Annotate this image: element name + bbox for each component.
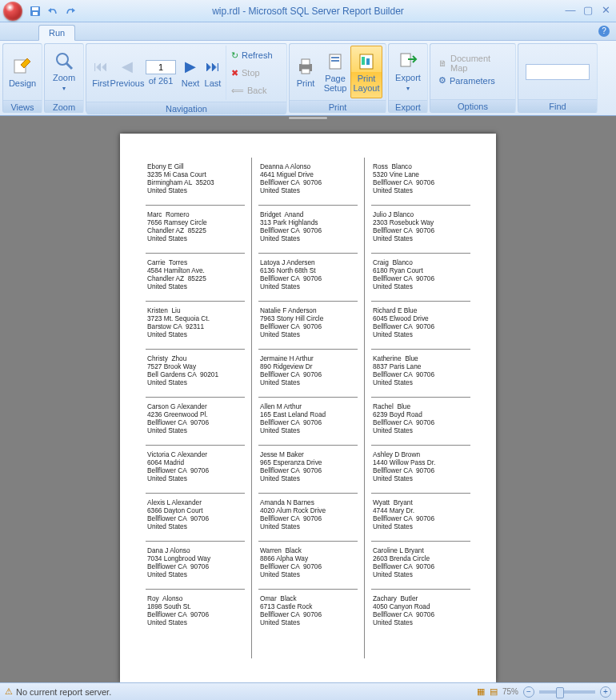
tab-run[interactable]: Run (38, 25, 75, 41)
address-cell: Allen M Arthur 165 East Leland Road Bell… (258, 398, 358, 446)
address-cell: Jermaine H Arthur 890 Ridgeview Dr Bellf… (258, 350, 358, 398)
svg-rect-2 (33, 12, 38, 15)
report-viewer[interactable]: Ebony E Gill 3235 Mi Casa Court Birmingh… (0, 116, 616, 682)
svg-rect-14 (366, 58, 370, 65)
address-cell: Omar Black 6713 Castle Rock Bellflower C… (258, 590, 358, 638)
ribbon-tab-row: Run ? (0, 22, 616, 41)
first-button[interactable]: ⏮First (90, 46, 112, 99)
print-layout-button[interactable]: Print Layout (350, 46, 382, 98)
design-icon (12, 56, 33, 77)
maximize-button[interactable]: ▢ (582, 4, 594, 16)
page-number-input[interactable] (146, 60, 176, 74)
back-icon: ⟸ (231, 86, 244, 96)
zoom-button[interactable]: Zoom▾ (48, 46, 80, 98)
previous-button[interactable]: ◀Previous (112, 46, 142, 99)
group-label-options: Options (430, 99, 515, 112)
address-cell: Kristen Liu 3723 Mt. Sequoia Ct. Barstow… (146, 302, 245, 350)
parameters-button[interactable]: ⚙Parameters (438, 73, 507, 89)
address-cell: Zachary Butler 4050 Canyon Road Bellflow… (371, 590, 470, 638)
address-cell: Marc Romero 7656 Ramsey Circle Chandler … (146, 206, 245, 254)
parameters-icon: ⚙ (438, 75, 446, 86)
address-cell: Wyatt Bryant 4744 Mary Dr. Bellflower CA… (371, 494, 470, 542)
group-label-print: Print (290, 100, 386, 113)
document-map-icon: 🗎 (438, 58, 447, 68)
app-menu-button[interactable] (3, 2, 22, 21)
view-icon-1[interactable]: ▦ (477, 686, 485, 697)
view-icon-2[interactable]: ▤ (490, 686, 498, 697)
svg-point-4 (57, 54, 68, 65)
splitter-handle[interactable] (288, 116, 328, 120)
group-label-export: Export (389, 100, 427, 113)
group-label-navigation: Navigation (86, 102, 286, 114)
help-button[interactable]: ? (598, 26, 610, 37)
address-cell: Natalie F Anderson 7963 Stony Hill Circl… (258, 302, 358, 350)
zoom-out-button[interactable]: − (523, 686, 534, 698)
address-cell: Ebony E Gill 3235 Mi Casa Court Birmingh… (146, 158, 245, 206)
address-cell: Deanna A Alonso 4641 Miguel Drive Bellfl… (258, 158, 358, 206)
address-cell: Julio J Blanco 2303 Rosebuck Way Bellflo… (371, 206, 470, 254)
next-button[interactable]: ▶Next (179, 46, 202, 99)
export-button[interactable]: Export▾ (392, 46, 424, 98)
previous-icon: ◀ (122, 58, 133, 75)
report-column: Ebony E Gill 3235 Mi Casa Court Birmingh… (139, 158, 252, 658)
zoom-slider[interactable] (539, 690, 595, 694)
save-icon[interactable] (29, 5, 42, 18)
zoom-percent[interactable]: 75% (502, 687, 518, 696)
first-icon: ⏮ (94, 58, 108, 75)
address-cell: Carson G Alexander 4236 Greenwood Pl. Be… (146, 398, 245, 446)
back-button: ⟸Back (231, 82, 273, 98)
svg-rect-8 (302, 69, 310, 74)
address-cell: Alexis L Alexander 6366 Dayton Court Bel… (146, 494, 245, 542)
export-icon (398, 50, 418, 71)
svg-rect-13 (362, 57, 365, 65)
address-cell: Amanda N Barnes 4020 Alum Rock Drive Bel… (258, 494, 358, 542)
address-cell: Rachel Blue 6239 Boyd Road Bellflower CA… (371, 398, 470, 446)
redo-icon[interactable] (64, 5, 77, 18)
page-setup-icon (325, 51, 346, 72)
group-label-find: Find (518, 99, 597, 112)
refresh-button[interactable]: ↻Refresh (231, 47, 273, 63)
address-cell: Caroline L Bryant 2603 Brenda Circle Bel… (371, 542, 470, 590)
stop-icon: ✖ (231, 68, 238, 78)
address-cell: Craig Blanco 6180 Ryan Court Bellflower … (371, 254, 470, 302)
last-icon: ⏭ (206, 58, 220, 75)
svg-rect-1 (32, 7, 38, 10)
address-cell: Ross Blanco 5320 Vine Lane Bellflower CA… (371, 158, 470, 206)
close-button[interactable]: ✕ (600, 4, 611, 16)
stop-button: ✖Stop (231, 65, 273, 81)
print-layout-icon (356, 51, 377, 72)
find-input[interactable] (526, 64, 590, 80)
refresh-icon: ↻ (231, 50, 238, 61)
report-page: Ebony E Gill 3235 Mi Casa Court Birmingh… (120, 134, 496, 682)
address-cell: Katherine Blue 8837 Paris Lane Bellflowe… (371, 350, 470, 398)
address-cell: Latoya J Andersen 6136 North 68th St Bel… (258, 254, 358, 302)
title-bar: wip.rdl - Microsoft SQL Server Report Bu… (0, 0, 616, 22)
address-cell: Warren Black 8866 Alpha Way Bellflower C… (258, 542, 358, 590)
window-title: wip.rdl - Microsoft SQL Server Report Bu… (0, 6, 616, 17)
svg-rect-11 (331, 60, 339, 62)
warning-icon: ⚠ (5, 686, 13, 697)
address-cell: Christy Zhou 7527 Brook Way Bell Gardens… (146, 350, 245, 398)
address-cell: Victoria C Alexander 6064 Madrid Bellflo… (146, 446, 245, 494)
print-icon (295, 56, 316, 77)
svg-rect-7 (302, 59, 310, 65)
zoom-in-button[interactable]: + (600, 686, 611, 698)
address-cell: Carrie Torres 4584 Hamilton Ave. Chandle… (146, 254, 245, 302)
page-setup-button[interactable]: Page Setup (320, 46, 350, 98)
status-message: No current report server. (16, 687, 111, 697)
report-column: Deanna A Alonso 4641 Miguel Drive Bellfl… (252, 158, 365, 658)
print-button[interactable]: Print (291, 46, 320, 98)
design-button[interactable]: Design (6, 46, 38, 98)
last-button[interactable]: ⏭Last (202, 46, 224, 99)
ribbon: Design Views Zoom▾ Zoom ⏮First ◀Previous… (0, 41, 616, 116)
zoom-icon (54, 50, 74, 71)
minimize-button[interactable]: — (565, 4, 576, 16)
undo-icon[interactable] (46, 5, 59, 18)
next-icon: ▶ (185, 58, 196, 75)
report-column: Ross Blanco 5320 Vine Lane Bellflower CA… (365, 158, 477, 658)
svg-line-5 (66, 63, 72, 69)
address-cell: Bridget Anand 313 Park Highlands Bellflo… (258, 206, 358, 254)
address-cell: Richard E Blue 6045 Elwood Drive Bellflo… (371, 302, 470, 350)
address-cell: Jesse M Baker 965 Esperanza Drive Bellfl… (258, 446, 358, 494)
group-label-views: Views (3, 100, 42, 113)
